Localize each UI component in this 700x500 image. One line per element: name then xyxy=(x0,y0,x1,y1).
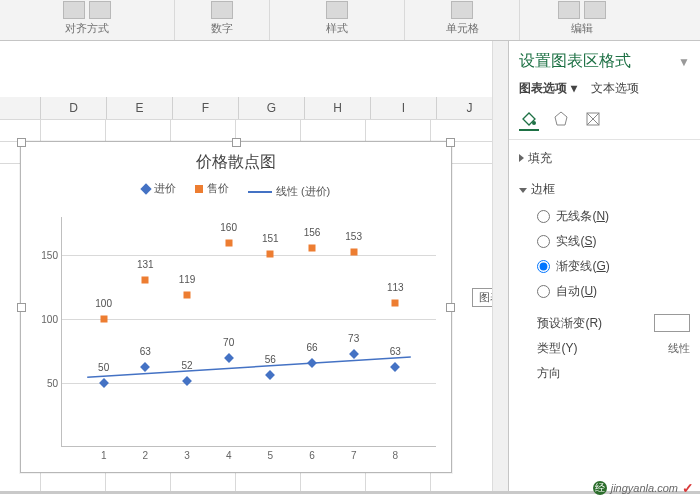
column-headers: D E F G H I J xyxy=(0,97,492,120)
radio-auto[interactable]: 自动(U) xyxy=(537,283,690,300)
data-point[interactable] xyxy=(392,299,399,306)
x-tick: 3 xyxy=(184,450,190,461)
data-point[interactable] xyxy=(100,316,107,323)
checkmark-icon: ✓ xyxy=(682,480,694,496)
y-tick: 50 xyxy=(47,378,58,389)
data-point[interactable] xyxy=(307,358,317,368)
chart-options-tab[interactable]: 图表选项 ▾ xyxy=(519,80,576,97)
chart-handle[interactable] xyxy=(446,303,455,312)
ribbon-group-align: 对齐方式 xyxy=(65,21,109,36)
vertical-scrollbar[interactable] xyxy=(492,41,509,500)
data-label: 131 xyxy=(137,259,154,270)
svg-point-1 xyxy=(532,121,536,125)
format-pane: 设置图表区格式▼ 图表选项 ▾ 文本选项 填充 边框 无线条(N) xyxy=(508,41,700,500)
radio-no-line[interactable]: 无线条(N) xyxy=(537,208,690,225)
data-point[interactable] xyxy=(99,378,109,388)
data-point[interactable] xyxy=(225,239,232,246)
legend-entry-2: 线性 (进价) xyxy=(276,184,330,199)
chart-handle[interactable] xyxy=(17,303,26,312)
type-value[interactable]: 线性 xyxy=(668,341,690,356)
data-point[interactable] xyxy=(142,276,149,283)
svg-line-0 xyxy=(87,357,411,377)
data-label: 153 xyxy=(345,231,362,242)
data-label: 119 xyxy=(179,274,196,285)
x-tick: 1 xyxy=(101,450,107,461)
type-label: 类型(Y) xyxy=(537,340,577,357)
data-point[interactable] xyxy=(224,353,234,363)
ribbon-group-edit: 编辑 xyxy=(571,21,593,36)
worksheet-area[interactable]: D E F G H I J xyxy=(0,41,492,500)
data-label: 100 xyxy=(95,298,112,309)
x-tick: 6 xyxy=(309,450,315,461)
effects-tool-icon[interactable] xyxy=(551,109,571,129)
radio-solid-line[interactable]: 实线(S) xyxy=(537,233,690,250)
col-H[interactable]: H xyxy=(305,97,371,119)
y-tick: 150 xyxy=(41,250,58,261)
chart-handle[interactable] xyxy=(446,138,455,147)
legend-entry-0: 进价 xyxy=(154,181,176,196)
ribbon: 对齐方式 数字 样式 单元格 编辑 xyxy=(0,0,700,41)
data-label: 52 xyxy=(181,360,192,371)
chart-handle[interactable] xyxy=(17,138,26,147)
direction-label: 方向 xyxy=(537,365,561,382)
svg-marker-2 xyxy=(555,112,567,125)
data-point[interactable] xyxy=(140,362,150,372)
preset-gradient-picker[interactable] xyxy=(654,314,690,332)
data-label: 151 xyxy=(262,233,279,244)
watermark-text: jingyanla.com xyxy=(611,482,678,494)
pane-dropdown-icon[interactable]: ▼ xyxy=(678,55,690,69)
x-tick: 5 xyxy=(268,450,274,461)
data-point[interactable] xyxy=(350,248,357,255)
radio-gradient-line[interactable]: 渐变线(G) xyxy=(537,258,690,275)
data-label: 73 xyxy=(348,333,359,344)
data-label: 50 xyxy=(98,362,109,373)
col-E[interactable]: E xyxy=(107,97,173,119)
format-pane-title: 设置图表区格式 xyxy=(519,51,631,72)
col-F[interactable]: F xyxy=(173,97,239,119)
data-label: 63 xyxy=(140,346,151,357)
data-label: 56 xyxy=(265,354,276,365)
data-point[interactable] xyxy=(265,370,275,380)
chart-title[interactable]: 价格散点图 xyxy=(21,152,451,173)
data-label: 66 xyxy=(306,342,317,353)
watermark: 经 jingyanla.com ✓ xyxy=(593,480,694,496)
watermark-logo-icon: 经 xyxy=(593,481,607,495)
ribbon-group-number: 数字 xyxy=(211,21,233,36)
size-tool-icon[interactable] xyxy=(583,109,603,129)
collapse-icon[interactable] xyxy=(519,188,527,193)
ribbon-group-style: 样式 xyxy=(326,21,348,36)
x-tick: 7 xyxy=(351,450,357,461)
col-I[interactable]: I xyxy=(371,97,437,119)
data-label: 63 xyxy=(390,346,401,357)
chart-handle[interactable] xyxy=(232,138,241,147)
legend-entry-1: 售价 xyxy=(207,181,229,196)
data-point[interactable] xyxy=(267,251,274,258)
trendline xyxy=(62,217,436,446)
preset-gradient-label: 预设渐变(R) xyxy=(537,315,602,332)
data-label: 70 xyxy=(223,337,234,348)
col-G[interactable]: G xyxy=(239,97,305,119)
x-tick: 8 xyxy=(393,450,399,461)
x-tick: 2 xyxy=(143,450,149,461)
fill-tool-icon[interactable] xyxy=(519,109,539,131)
data-point[interactable] xyxy=(184,291,191,298)
expand-icon[interactable] xyxy=(519,154,524,162)
y-tick: 100 xyxy=(41,314,58,325)
x-tick: 4 xyxy=(226,450,232,461)
section-border[interactable]: 边框 xyxy=(531,182,555,196)
chart-legend[interactable]: 进价 售价 线性 (进价) xyxy=(21,181,451,199)
chart-tooltip: 图表区 xyxy=(472,288,492,307)
chart-area[interactable]: 价格散点图 进价 售价 线性 (进价) 50100150123456785063… xyxy=(20,141,452,473)
col-J[interactable]: J xyxy=(437,97,492,119)
section-fill[interactable]: 填充 xyxy=(528,151,552,165)
data-label: 160 xyxy=(220,222,237,233)
text-options-tab[interactable]: 文本选项 xyxy=(591,80,639,97)
data-point[interactable] xyxy=(349,349,359,359)
data-label: 113 xyxy=(387,282,404,293)
ribbon-group-cells: 单元格 xyxy=(446,21,479,36)
data-point[interactable] xyxy=(309,244,316,251)
plot-area[interactable]: 5010015012345678506352705666736310013111… xyxy=(61,217,436,447)
col-D[interactable]: D xyxy=(41,97,107,119)
data-point[interactable] xyxy=(390,362,400,372)
data-label: 156 xyxy=(304,227,321,238)
